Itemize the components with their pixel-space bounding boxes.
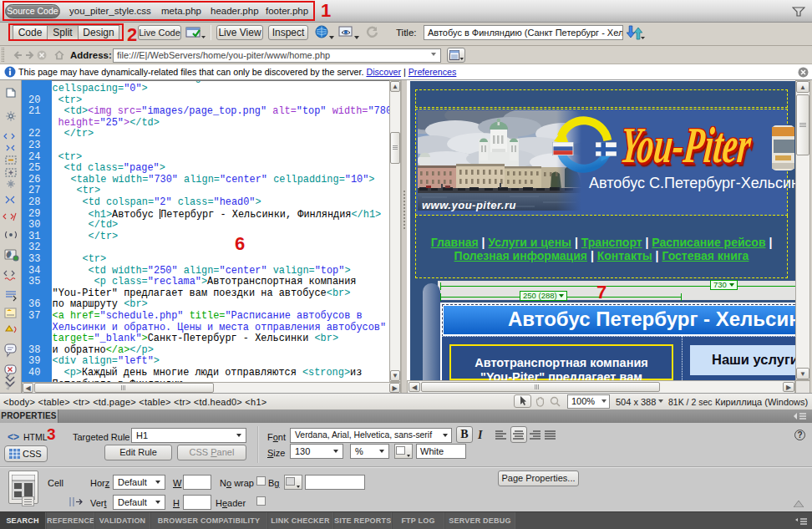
svg-text:#: # [7, 252, 11, 259]
